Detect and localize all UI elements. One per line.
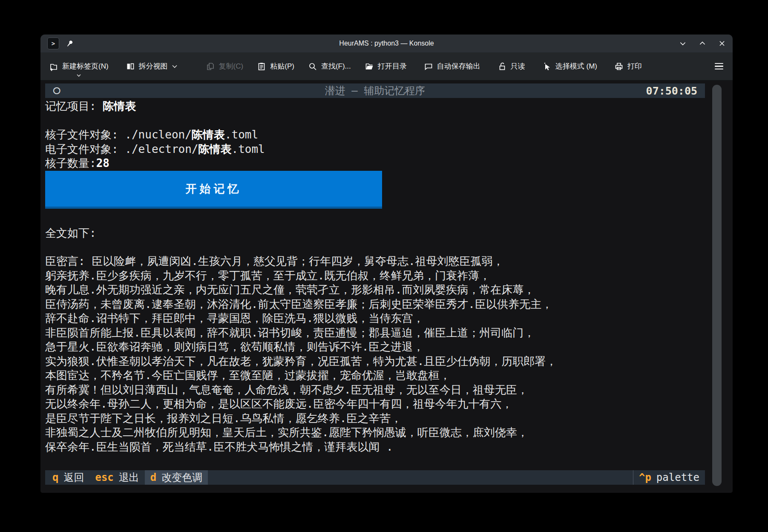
select-mode-cursor-icon (542, 62, 552, 71)
toolbar-label: 新建标签页(N) (62, 61, 109, 71)
text-line: 臣侍汤药，未曾废离.逮奉圣朝，沐浴清化.前太守臣逵察臣孝廉；后刺史臣荣举臣秀才.… (45, 297, 557, 312)
toolbar-label: 只读 (511, 61, 525, 71)
new-tab-button[interactable]: 新建标签页(N) (49, 61, 109, 71)
maximize-icon[interactable] (699, 40, 706, 47)
start-memorize-button[interactable]: 开始记忆 (45, 171, 382, 209)
text-line: 非臣陨首所能上报.臣具以表闻，辞不就职.诏书切峻，责臣逋慢；郡县逼迫，催臣上道；… (45, 326, 557, 340)
split-view-button[interactable]: 拆分视图 (126, 61, 178, 71)
text-line: 本图宦达，不矜名节.今臣亡国贱俘，至微至陋，过蒙拔擢，宠命优渥，岂敢盘桓， (45, 368, 557, 383)
toolbar-label: 查找(F)... (321, 61, 351, 71)
footer-key-change-theme[interactable]: d 改变色调 (145, 470, 208, 485)
print-icon (614, 62, 624, 71)
footer-key-back[interactable]: q 返回 (47, 470, 89, 485)
info-line: 核子文件对象: ./nucleon/陈情表.toml (45, 128, 265, 142)
header-clock: 07:50:05 (646, 85, 697, 97)
new-tab-icon (49, 62, 58, 71)
text-line: 急于星火.臣欲奉诏奔驰，则刘病日笃，欲苟顺私情，则告诉不许.臣之进退， (45, 340, 557, 354)
konsole-window: > HeurAMS : python3 — Konsole (40, 35, 733, 493)
text-line: 躬亲抚养.臣少多疾病，九岁不行，零丁孤苦，至于成立.既无伯叔，终鲜兄弟，门衰祚薄… (45, 269, 557, 283)
app-title: 潜进 – 辅助记忆程序 (45, 84, 705, 98)
toolbar-label: 复制(C) (219, 61, 244, 71)
key-badge: d (150, 472, 156, 483)
text-line: 非独蜀之人士及二州牧伯所见明知，皇天后土，实所共鉴.愿陛下矜悯愚诚，听臣微志，庶… (45, 426, 557, 440)
info-line: 电子文件对象: ./electron/陈情表.toml (45, 142, 265, 157)
konsole-toolbar: 新建标签页(N) 拆分视图 (40, 52, 733, 81)
app-header: ⭘ 潜进 – 辅助记忆程序 07:50:05 (45, 83, 705, 98)
terminal-viewport[interactable]: ⭘ 潜进 – 辅助记忆程序 07:50:05 记忆项目: 陈情表核子文件对象: … (40, 81, 733, 493)
app-footer: q 返回 esc 退出 d 改变色调 ^p palette (45, 470, 705, 485)
info-line: 记忆项目: 陈情表 (45, 99, 265, 114)
text-line: 无以终余年.母孙二人，更相为命，是以区区不能废远.臣密今年四十有四，祖母今年九十… (45, 397, 557, 411)
close-icon[interactable] (718, 40, 726, 47)
copy-icon (206, 62, 215, 71)
search-icon (308, 62, 317, 71)
memory-info: 记忆项目: 陈情表核子文件对象: ./nucleon/陈情表.toml电子文件对… (45, 99, 265, 171)
key-badge: ^p (639, 472, 651, 483)
toolbar-label: 自动保存输出 (437, 61, 480, 71)
read-only-toggle[interactable]: 只读 (498, 61, 525, 71)
key-badge: q (52, 472, 58, 483)
chevron-down-icon[interactable] (76, 74, 81, 77)
toolbar-label: 打印 (627, 61, 642, 71)
paste-icon (257, 62, 266, 71)
fulltext-body: 臣密言: 臣以险衅，夙遭闵凶.生孩六月，慈父见背；行年四岁，舅夺母志.祖母刘愍臣… (45, 254, 557, 454)
window-titlebar[interactable]: > HeurAMS : python3 — Konsole (40, 35, 733, 52)
info-line: 核子数量:28 (45, 156, 265, 171)
open-folder-icon (365, 62, 374, 71)
key-label: palette (656, 472, 699, 483)
fulltext-intro: 全文如下: (45, 226, 96, 241)
toolbar-label: 拆分视图 (139, 61, 168, 71)
key-badge: esc (95, 472, 113, 483)
text-line: 有所希冀！但以刘日薄西山，气息奄奄，人命危浅，朝不虑夕.臣无祖母，无以至今日，祖… (45, 383, 557, 397)
desktop-background: > HeurAMS : python3 — Konsole (0, 0, 768, 532)
find-button[interactable]: 查找(F)... (308, 61, 351, 71)
text-line: 辞不赴命.诏书特下，拜臣郎中，寻蒙国恩，除臣洗马.猥以微贱，当侍东宫， (45, 311, 557, 326)
footer-key-palette[interactable]: ^p palette (633, 470, 705, 485)
terminal-scrollbar[interactable] (712, 85, 722, 486)
select-mode-button[interactable]: 选择模式 (M) (542, 61, 597, 71)
key-label: 返回 (63, 471, 84, 484)
autosave-output-icon (424, 62, 433, 71)
text-line: 是臣尽节于陛下之日长，报养刘之日短.乌鸟私情，愿乞终养.臣之辛苦， (45, 411, 557, 426)
text-line: 保卒余年.臣生当陨首，死当结草.臣不胜犬马怖惧之情，谨拜表以闻 . (45, 440, 557, 454)
autosave-output-button[interactable]: 自动保存输出 (424, 61, 480, 71)
key-label: 改变色调 (161, 471, 202, 484)
print-button[interactable]: 打印 (614, 61, 642, 71)
toolbar-label: 粘贴(P) (270, 61, 294, 71)
footer-key-quit[interactable]: esc 退出 (89, 470, 144, 485)
toolbar-label: 打开目录 (378, 61, 407, 71)
readonly-lock-icon (498, 62, 507, 71)
copy-button: 复制(C) (206, 61, 244, 71)
hamburger-menu-icon[interactable] (715, 63, 723, 70)
toolbar-label: 选择模式 (M) (555, 61, 597, 71)
info-line (45, 114, 265, 128)
text-line: 实为狼狈.伏惟圣朝以孝治天下，凡在故老，犹蒙矜育，况臣孤苦，特为尤甚.且臣少仕伪… (45, 354, 557, 369)
text-line: 臣密言: 臣以险衅，夙遭闵凶.生孩六月，慈父见背；行年四岁，舅夺母志.祖母刘愍臣… (45, 254, 557, 269)
split-view-icon (126, 62, 135, 71)
key-label: 退出 (119, 471, 139, 484)
chevron-down-icon (172, 64, 178, 69)
open-directory-button[interactable]: 打开目录 (365, 61, 407, 71)
paste-button[interactable]: 粘贴(P) (257, 61, 294, 71)
minimize-icon[interactable] (679, 40, 687, 47)
text-line: 晚有儿息.外无期功强近之亲，内无应门五尺之僮，茕茕孑立，形影相吊.而刘夙婴疾病，… (45, 283, 557, 297)
window-title: HeurAMS : python3 — Konsole (40, 40, 733, 47)
